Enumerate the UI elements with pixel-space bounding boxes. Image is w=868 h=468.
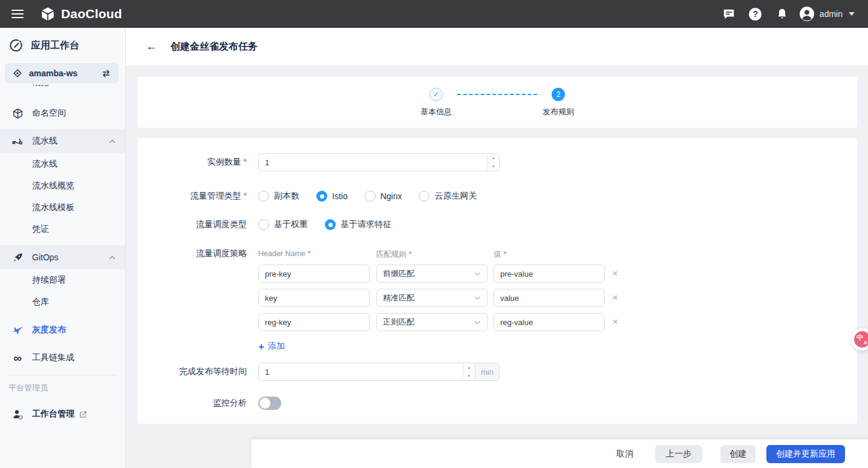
form-row-traffic-policy: 流量调度策略 Header Name* 匹配规则* 值* 前缀匹配 (137, 247, 857, 352)
sidebar-item-gitops[interactable]: GitOps (0, 245, 125, 269)
unit-label: min (475, 363, 500, 381)
workbench-icon (9, 38, 24, 53)
create-and-update-button[interactable]: 创建并更新应用 (766, 445, 845, 463)
chevron-down-icon (474, 320, 481, 325)
sidebar-subitem-credentials[interactable]: 凭证 (0, 219, 125, 240)
form-row-wait-time: 完成发布等待时间 ▴▾ min (137, 363, 857, 381)
sidebar-item-canary-release[interactable]: 灰度发布 (0, 318, 125, 342)
sidebar-item-label: 命名空间 (32, 108, 66, 119)
rocket-icon (11, 252, 24, 263)
radio-cloud-native-gateway[interactable]: 云原生网关 (419, 191, 477, 202)
chevron-down-icon (474, 296, 481, 300)
field-label: 流量管理类型* (137, 186, 247, 202)
add-row-button[interactable]: + 添加 (258, 341, 285, 352)
stepper: ✓ 基本信息 2 发布规则 (419, 88, 576, 117)
chevron-down-icon (474, 272, 481, 276)
radio-request-feature-based[interactable]: 基于请求特征 (325, 219, 391, 230)
sidebar-item-workspace-admin[interactable]: 工作台管理 (0, 402, 125, 426)
workspace-icon (12, 68, 23, 79)
app-name: DaoCloud (61, 7, 122, 21)
sidebar-item-toolchain[interactable]: ∞ 工具链集成 (0, 346, 125, 370)
section-label: 平台管理员 (0, 375, 125, 396)
radio-weight-based[interactable]: 基于权重 (258, 219, 308, 230)
sidebar-item-namespace[interactable]: 命名空间 (0, 101, 125, 125)
match-rule-select[interactable]: 前缀匹配 (376, 265, 488, 283)
help-icon[interactable]: ? (746, 4, 765, 24)
policy-row: 精准匹配 × (258, 289, 618, 307)
menu-icon[interactable] (4, 0, 31, 28)
scrolled-nav-item[interactable]: 概览 (0, 85, 125, 93)
sidebar-subitem-pipeline-template[interactable]: 流水线模板 (0, 197, 125, 219)
toggle-knob (259, 398, 270, 409)
value-input[interactable] (494, 289, 605, 307)
sidebar-item-pipeline[interactable]: 流水线 (0, 129, 125, 153)
form-row-monitoring: 监控分析 (137, 394, 857, 410)
remove-row-button[interactable]: × (612, 313, 618, 331)
page-title: 创建金丝雀发布任务 (171, 41, 258, 53)
bird-icon (11, 325, 24, 335)
step-basic-info: ✓ 基本信息 (419, 88, 454, 117)
product-label: 应用工作台 (31, 39, 79, 52)
sidebar-subitem-pipeline[interactable]: 流水线 (0, 153, 125, 175)
username: admin (820, 9, 843, 19)
main-area: ← 创建金丝雀发布任务 ✓ 基本信息 2 发布规则 实例数量* (126, 28, 868, 468)
number-stepper[interactable]: ▴▾ (463, 363, 475, 380)
field-label: 实例数量* (137, 153, 247, 168)
match-rule-select[interactable]: 精准匹配 (376, 289, 488, 307)
previous-step-button[interactable]: 上一步 (655, 445, 702, 463)
remove-row-button[interactable]: × (612, 289, 618, 307)
sidebar-item-label: GitOps (32, 252, 59, 262)
radio-icon (419, 191, 429, 202)
create-button[interactable]: 创建 (720, 445, 755, 463)
field-label: 完成发布等待时间 (137, 363, 247, 377)
radio-icon (258, 219, 269, 230)
remove-row-button[interactable]: × (612, 265, 618, 283)
chevron-down-icon (849, 12, 855, 16)
value-input[interactable] (494, 313, 605, 331)
radio-icon (258, 191, 269, 202)
field-label: 流量调度策略 (137, 247, 247, 259)
bell-icon[interactable] (772, 4, 792, 24)
header-name-input[interactable] (258, 289, 370, 307)
sidebar-item-label: 灰度发布 (32, 325, 66, 335)
chat-icon[interactable] (719, 4, 739, 24)
wait-time-input[interactable] (258, 363, 475, 381)
radio-icon (325, 219, 336, 230)
radio-istio[interactable]: Istio (316, 191, 348, 202)
header-name-input[interactable] (258, 265, 370, 283)
sidebar-item-label: 工作台管理 (32, 409, 74, 420)
switch-workspace-icon[interactable] (101, 69, 111, 78)
subitem-label: 流水线概览 (32, 180, 74, 191)
user-menu[interactable]: admin (799, 6, 855, 22)
instance-count-input[interactable] (258, 153, 500, 171)
workspace-selector[interactable]: amamba-ws (5, 63, 119, 84)
sidebar-item-label: 工具链集成 (32, 352, 74, 363)
number-stepper[interactable]: ▴▾ (487, 154, 499, 171)
monitoring-toggle[interactable] (258, 397, 281, 410)
sidebar-item-label: 流水线 (32, 136, 57, 147)
cancel-button[interactable]: 取消 (616, 445, 633, 463)
step-connector (457, 94, 537, 95)
sidebar: 应用工作台 amamba-ws 概览 命名空间 (0, 28, 126, 468)
form-row-traffic-sched-type: 流量调度类型 基于权重 基于请求特征 (137, 215, 857, 230)
field-label: 流量调度类型 (137, 215, 247, 230)
subitem-label: 流水线 (32, 159, 57, 170)
step-label: 发布规则 (543, 107, 574, 117)
sidebar-subitem-pipeline-overview[interactable]: 流水线概览 (0, 175, 125, 197)
column-header: Header Name* (258, 249, 376, 260)
step-check-icon: ✓ (429, 88, 443, 101)
step-label: 基本信息 (420, 107, 452, 117)
column-header: 匹配规则* (376, 249, 494, 260)
back-button[interactable]: ← (146, 40, 157, 53)
value-input[interactable] (494, 265, 605, 283)
sidebar-subitem-repository[interactable]: 仓库 (0, 291, 125, 313)
field-label: 监控分析 (137, 394, 247, 409)
header-name-input[interactable] (258, 313, 370, 331)
subitem-label: 流水线模板 (32, 202, 74, 213)
match-rule-select[interactable]: 正则匹配 (376, 313, 488, 331)
sidebar-subitem-continuous-deploy[interactable]: 持续部署 (0, 269, 125, 291)
radio-nginx[interactable]: Nginx (365, 191, 402, 202)
daocloud-logo-icon (40, 6, 56, 22)
radio-replicas[interactable]: 副本数 (258, 191, 299, 202)
plus-icon: + (258, 341, 264, 352)
